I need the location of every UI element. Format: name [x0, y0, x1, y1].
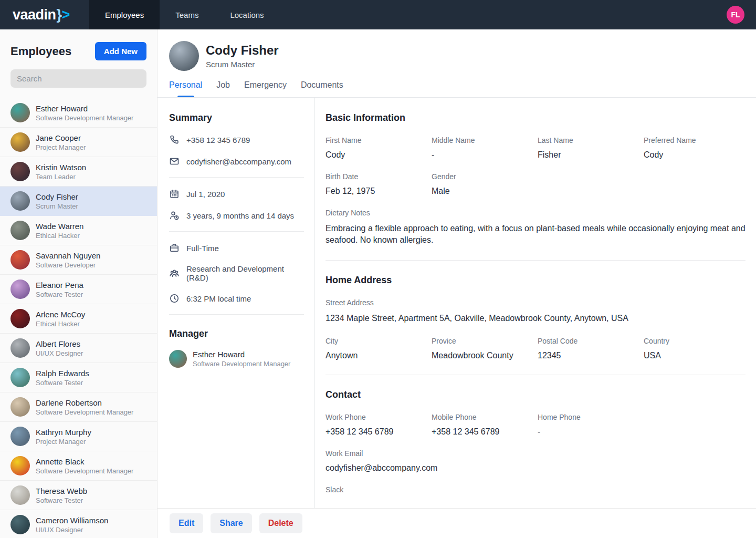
- employee-avatar: [10, 456, 30, 475]
- phone-icon: [169, 134, 180, 145]
- employee-role: Scrum Master: [36, 202, 78, 211]
- field-value: 12345: [538, 351, 644, 360]
- field-work-email: Work Email codyfisher@abccompany.com: [326, 449, 746, 473]
- field-label: Slack: [326, 485, 746, 494]
- employee-name: Annette Black: [36, 457, 133, 467]
- add-new-button[interactable]: Add New: [95, 42, 146, 60]
- edit-button[interactable]: Edit: [170, 513, 203, 533]
- sidebar-title: Employees: [10, 45, 71, 58]
- field-label: Postal Code: [538, 337, 644, 345]
- field-work-phone: Work Phone +358 12 345 6789: [326, 413, 432, 437]
- field-value: -: [432, 150, 538, 160]
- person-tenure-icon: [169, 210, 180, 221]
- field-value: -: [538, 427, 644, 437]
- field-label: Street Address: [326, 298, 746, 307]
- employee-avatar: [10, 221, 30, 240]
- employees-sidebar: Employees Add New Esther Howard Software…: [0, 29, 158, 538]
- employee-name: Theresa Webb: [36, 486, 87, 496]
- summary-start-date-row: Jul 1, 2020: [169, 189, 304, 199]
- manager-card[interactable]: Esther Howard Software Development Manag…: [169, 350, 304, 368]
- employee-avatar: [10, 280, 30, 299]
- employee-list-item[interactable]: Wade Warren Ethical Hacker: [0, 216, 157, 245]
- employee-list-item[interactable]: Annette Black Software Development Manag…: [0, 451, 157, 481]
- employee-list-item[interactable]: Jane Cooper Project Manager: [0, 128, 157, 157]
- manager-name: Esther Howard: [193, 350, 290, 359]
- field-value: Embracing a flexible approach to eating,…: [326, 223, 746, 246]
- employee-avatar: [10, 397, 30, 417]
- field-mobile-phone: Mobile Phone +358 12 345 6789: [432, 413, 538, 437]
- employee-role: Project Manager: [36, 143, 86, 152]
- field-slack: Slack: [326, 485, 746, 494]
- tab-job[interactable]: Job: [216, 80, 230, 97]
- employee-list-item[interactable]: Albert Flores UI/UX Designer: [0, 334, 157, 363]
- home-address-title: Home Address: [326, 275, 746, 286]
- employee-avatar: [10, 368, 30, 387]
- clock-icon: [169, 293, 180, 304]
- employee-list-item[interactable]: Cody Fisher Scrum Master: [0, 187, 157, 216]
- field-label: Work Email: [326, 449, 746, 458]
- employee-role: Software Tester: [36, 496, 87, 505]
- delete-button[interactable]: Delete: [259, 513, 302, 533]
- employee-name: Savannah Nguyen: [36, 251, 100, 261]
- nav-item-teams[interactable]: Teams: [160, 0, 214, 29]
- field-label: Country: [644, 337, 746, 345]
- employee-list-item[interactable]: Ralph Edwards Software Tester: [0, 363, 157, 392]
- field-country: Country USA: [644, 337, 746, 360]
- employee-role: Software Tester: [36, 378, 89, 387]
- employee-avatar: [10, 338, 30, 358]
- employee-list-item[interactable]: Theresa Webb Software Tester: [0, 481, 157, 510]
- nav-item-employees[interactable]: Employees: [89, 0, 160, 29]
- summary-local-time: 6:32 PM local time: [186, 294, 251, 303]
- user-avatar[interactable]: FL: [727, 6, 744, 24]
- employee-avatar: [10, 485, 30, 505]
- summary-phone-row: +358 12 345 6789: [169, 134, 304, 145]
- employee-role: Software Developer: [36, 261, 100, 270]
- employee-avatar: [10, 132, 30, 152]
- tab-documents[interactable]: Documents: [301, 80, 343, 97]
- profile-tabs: Personal Job Emergency Documents: [169, 80, 756, 97]
- employee-list-item[interactable]: Cameron Williamson UI/UX Designer: [0, 510, 157, 538]
- field-value: USA: [644, 351, 746, 360]
- field-value: 1234 Maple Street, Apartment 5A, Oakvill…: [326, 313, 746, 324]
- summary-department: Research and Development (R&D): [186, 264, 304, 282]
- employee-role: Ethical Hacker: [36, 319, 85, 328]
- field-province: Provice Meadowbrook County: [432, 337, 538, 360]
- employee-role: UI/UX Designer: [36, 349, 83, 358]
- field-value: Cody: [326, 150, 432, 160]
- profile-name: Cody Fisher: [206, 43, 279, 58]
- field-gender: Gender Male: [432, 172, 538, 196]
- employee-role: UI/UX Designer: [36, 525, 108, 534]
- section-divider: [326, 375, 746, 375]
- summary-tenure-row: 3 years, 9 months and 14 days: [169, 210, 304, 221]
- employee-list-item[interactable]: Esther Howard Software Development Manag…: [0, 98, 157, 128]
- employee-role: Software Development Manager: [36, 467, 133, 475]
- employee-name: Esther Howard: [36, 104, 133, 113]
- summary-email: codyfisher@abccompany.com: [186, 157, 291, 166]
- employee-list-item[interactable]: Savannah Nguyen Software Developer: [0, 245, 157, 275]
- search-input[interactable]: [10, 69, 146, 88]
- summary-local-time-row: 6:32 PM local time: [169, 293, 304, 304]
- employee-list-item[interactable]: Kristin Watson Team Leader: [0, 157, 157, 187]
- tab-emergency[interactable]: Emergency: [244, 80, 287, 97]
- employee-name: Kathryn Murphy: [36, 427, 91, 437]
- field-value: +358 12 345 6789: [432, 427, 538, 437]
- employee-role: Team Leader: [36, 172, 86, 181]
- employee-list-item[interactable]: Arlene McCoy Ethical Hacker: [0, 304, 157, 334]
- logo-brace-icon: }: [57, 7, 62, 23]
- employee-list-item[interactable]: Eleanor Pena Software Tester: [0, 275, 157, 304]
- summary-employment-type: Full-Time: [186, 244, 219, 253]
- employee-list-item[interactable]: Darlene Robertson Software Development M…: [0, 392, 157, 422]
- employee-name: Eleanor Pena: [36, 280, 83, 290]
- action-bar: Edit Share Delete: [158, 508, 756, 538]
- field-value: codyfisher@abccompany.com: [326, 463, 746, 473]
- field-value: +358 12 345 6789: [326, 427, 432, 437]
- field-dietary-notes: Dietary Notes Embracing a flexible appro…: [326, 209, 746, 246]
- nav-item-locations[interactable]: Locations: [214, 0, 279, 29]
- employee-name: Albert Flores: [36, 339, 83, 349]
- employee-list-item[interactable]: Kathryn Murphy Project Manager: [0, 422, 157, 451]
- field-label: Gender: [432, 172, 538, 181]
- share-button[interactable]: Share: [211, 513, 251, 533]
- employee-name: Cody Fisher: [36, 192, 78, 202]
- tab-personal[interactable]: Personal: [169, 80, 202, 97]
- logo-arrow-icon: >: [62, 7, 69, 23]
